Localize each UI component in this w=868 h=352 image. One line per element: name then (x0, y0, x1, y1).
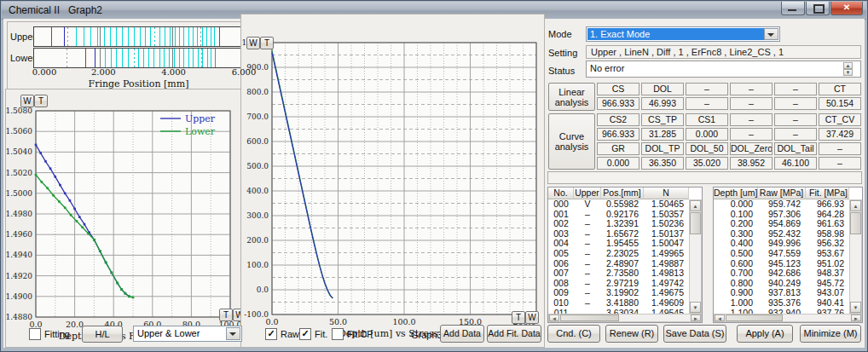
column-header[interactable]: N (644, 188, 689, 199)
mode-drop-button[interactable] (764, 28, 778, 40)
scroll-right-icon[interactable]: ► (851, 314, 861, 321)
table-row[interactable]: 0.800940.249945.72 (714, 279, 849, 289)
fringe-line (211, 27, 211, 46)
analysis-cell: 36.350 (641, 157, 684, 170)
table-row[interactable]: 010–3.418801.49609 (548, 298, 689, 309)
raw-checkbox[interactable]: ✓ (265, 328, 277, 340)
column-header[interactable]: Fit. [MPa] (806, 188, 849, 199)
axis-toggle-button-t[interactable]: T (34, 95, 48, 107)
table-row[interactable]: 0.600945.123951.02 (714, 259, 849, 269)
mode-label: Mode (548, 29, 572, 39)
fringe-lower-bar[interactable] (33, 48, 246, 68)
table-row[interactable]: 0.500947.559953.67 (714, 249, 849, 259)
fringe-line (174, 49, 175, 67)
maximize-window-button[interactable] (806, 2, 830, 15)
scroll-right-icon[interactable]: ► (691, 314, 701, 321)
spinner-up-icon[interactable]: ▲ (843, 62, 853, 69)
table-row[interactable]: 0.100957.306964.28 (714, 210, 849, 220)
command-button-applya[interactable]: Apply (A) (737, 325, 793, 343)
fringe-line (172, 27, 173, 46)
scrollbar-thumb[interactable] (850, 212, 861, 234)
table-row[interactable]: 006–2.489071.49887 (548, 259, 689, 269)
fit-checkbox[interactable]: ✓ (299, 328, 311, 340)
table-row[interactable]: 008–2.972191.49742 (548, 279, 689, 289)
close-window-button[interactable]: ✕ (830, 2, 863, 15)
fringe-line (179, 49, 180, 67)
raw-checkbox-row[interactable]: ✓ Raw (265, 328, 299, 340)
table-cell: 1.49965 (644, 249, 689, 259)
column-header[interactable]: Depth [um] (714, 188, 758, 199)
scroll-up-icon[interactable]: ▲ (850, 200, 861, 211)
table-row[interactable]: 0.300952.432958.98 (714, 229, 849, 239)
minimize-window-button[interactable] (781, 2, 805, 15)
curve-select-drop-button[interactable] (226, 327, 240, 340)
curve-analysis-table: CS2CS_TPCS1––CT_CV966.93331.2850.000––37… (597, 113, 861, 170)
axis-toggle-button-w[interactable]: W (246, 37, 260, 49)
scrollbar-thumb[interactable] (560, 314, 619, 321)
linear-analysis-button[interactable]: Linear analysis (548, 83, 595, 111)
fringe-line (159, 27, 160, 46)
curve-select-dropdown[interactable]: Upper & Lower (133, 326, 242, 342)
spinner-down-icon[interactable]: ▼ (843, 69, 853, 76)
table-row[interactable]: 003–1.656721.50137 (548, 229, 689, 239)
table-row[interactable]: 005–2.230251.49965 (548, 249, 689, 259)
column-header[interactable]: No. (548, 188, 574, 199)
axis-toggle-button-w[interactable]: W (20, 95, 34, 107)
table-cell: 1.95455 (601, 239, 644, 249)
status-spinner[interactable]: ▲ ▼ (843, 62, 853, 76)
curve-analysis-button[interactable]: Curve analysis (548, 113, 595, 170)
fringe-lower-label: Lower (10, 53, 36, 63)
status-field[interactable]: No error (586, 61, 861, 78)
scroll-down-icon[interactable]: ▼ (690, 302, 701, 313)
fitcp-checkbox[interactable] (332, 328, 344, 340)
table-row[interactable]: 009–3.199021.49675 (548, 288, 689, 298)
table-row[interactable]: 007–2.735801.49813 (548, 268, 689, 279)
horizontal-scrollbar[interactable]: ◄► (714, 314, 862, 322)
scroll-up-icon[interactable]: ▲ (690, 200, 701, 211)
fitcp-checkbox-row[interactable]: Fit.CP (332, 328, 373, 340)
axis-toggle-button-t[interactable]: T (219, 309, 233, 321)
add-data-button[interactable]: Add Data (440, 325, 484, 343)
column-header[interactable]: Pos.[mm] (601, 188, 644, 199)
fringe-line (85, 49, 86, 67)
scrollbar-thumb[interactable] (690, 212, 701, 234)
fringe-line (170, 27, 171, 46)
column-header[interactable]: Upper (574, 188, 601, 199)
scrollbar-thumb[interactable] (726, 314, 783, 321)
axis-toggle-button-t[interactable]: T (512, 311, 525, 324)
table-row[interactable]: 1.000935.376940.41 (714, 298, 849, 309)
fit-checkbox-row[interactable]: ✓ Fit. (299, 328, 327, 340)
fringe-upper-bar[interactable] (33, 26, 246, 47)
table-row[interactable]: 0.200954.869961.63 (714, 219, 849, 229)
column-header[interactable]: Raw [MPa] (758, 188, 806, 199)
axis-toggle-button-w[interactable]: W (525, 311, 539, 324)
setting-field: Upper , LineN , Diff , 1 , ErFnc8 , Line… (586, 45, 861, 59)
add-fit-data-button[interactable]: Add Fit. Data (487, 325, 541, 343)
table-row[interactable]: 0.400949.996956.32 (714, 239, 849, 249)
table-row[interactable]: 0.900937.813943.07 (714, 288, 849, 298)
table-row[interactable]: 000V0.559821.50465 (548, 199, 689, 210)
command-button-cndc[interactable]: Cnd. (C) (547, 325, 600, 343)
table-row[interactable]: 0.000959.742966.93 (714, 199, 849, 210)
stress-chart-tw-buttons: TW (512, 311, 539, 324)
command-button-minimizem[interactable]: Minimize (M) (800, 325, 861, 343)
table-row[interactable]: 0.700942.686948.37 (714, 268, 849, 279)
fitting-checkbox-row[interactable]: Fitting (29, 328, 70, 340)
table-row[interactable]: 001–0.921761.50357 (548, 210, 689, 220)
scroll-left-icon[interactable]: ◄ (549, 314, 559, 321)
table-cell: 000 (548, 199, 574, 210)
scroll-down-icon[interactable]: ▼ (850, 302, 861, 313)
command-button-renewr[interactable]: Renew (R) (605, 325, 658, 343)
scroll-left-icon[interactable]: ◄ (715, 314, 725, 321)
hl-button[interactable]: H/L (82, 326, 123, 343)
table-row[interactable]: 004–1.954551.50047 (548, 239, 689, 249)
horizontal-scrollbar[interactable]: ◄► (548, 314, 702, 322)
fringe-line (67, 27, 68, 46)
command-button-savedatas[interactable]: Save Data (S) (663, 325, 726, 343)
vertical-scrollbar[interactable]: ▲▼ (689, 199, 702, 314)
axis-toggle-button-t[interactable]: T (260, 37, 274, 49)
table-row[interactable]: 002–1.323911.50236 (548, 219, 689, 229)
vertical-scrollbar[interactable]: ▲▼ (849, 199, 862, 314)
mode-dropdown[interactable]: 1. Exact Mode (586, 26, 780, 42)
fitting-checkbox[interactable] (29, 328, 41, 340)
